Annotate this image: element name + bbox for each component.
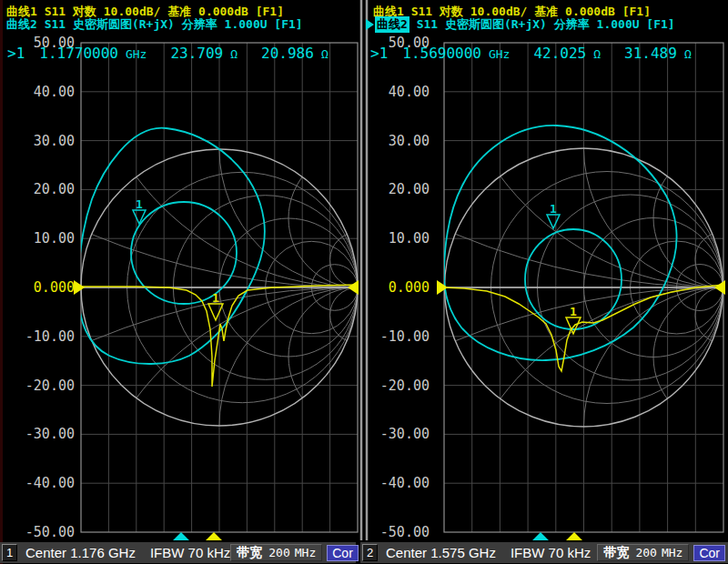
ohm-unit: Ω [593,47,601,61]
ch2-marker-readout: >1 1.5690000 GHz 42.025 Ω 31.489 Ω [370,45,692,62]
ch1-trace2-name[interactable]: 曲线2 [6,16,37,33]
ch2-smith-marker1-label: 1 [550,202,557,216]
span-value: 200 [635,546,656,559]
marker-resistance: 42.025 [533,45,586,62]
marker-id: >1 [370,45,388,62]
span-value: 200 [268,546,289,559]
vna-screen: 1 1 1 1 曲线1 S11 对数 10.00dB/ 基准 0.000dB [… [0,0,728,564]
ch2-trace2-params: S11 史密斯圆图(R+jX) 分辨率 1.000U [F1] [410,16,675,33]
ch1-marker-readout: >1 1.1770000 GHz 23.709 Ω 20.986 Ω [7,45,329,62]
ch1-trace2-settings: 曲线2 S11 史密斯圆图(R+jX) 分辨率 1.000U [F1] [6,16,303,33]
ch1-logmag-marker1-icon[interactable] [208,304,223,320]
marker-resistance: 23.709 [170,45,223,62]
span-label: 带宽 [603,545,629,561]
marker-frequency: 1.1770000 [39,45,118,62]
ch2-center-frequency[interactable]: Center 1.575 GHz [386,545,496,560]
span-unit: MHz [662,546,682,559]
ch1-logmag-marker1-label: 1 [212,291,219,305]
active-trace-pointer-icon [366,19,374,30]
span-label: 带宽 [237,545,262,561]
ch2-ifbw[interactable]: IFBW 70 kHz [511,545,591,560]
ch1-cor-badge[interactable]: Cor [327,545,359,561]
ch1-smith-trace-inner-loop [131,202,237,304]
bottom-marker-triangle-yellow[interactable] [206,532,582,540]
ch1-trace2-params: S11 史密斯圆图(R+jX) 分辨率 1.000U [F1] [37,16,303,33]
ch2-channel-number[interactable]: 2 [362,544,378,561]
frequency-unit: GHz [489,47,510,61]
ch1-smith-grid [0,0,728,564]
ch1-channel-number[interactable]: 1 [2,544,17,561]
ch2-trace2-settings: 曲线2 S11 史密斯圆图(R+jX) 分辨率 1.000U [F1] [366,16,675,33]
marker-reactance: 20.986 [261,45,314,62]
ch2-cor-badge[interactable]: Cor [693,545,725,561]
ohm-unit: Ω [321,47,329,61]
ch2-logmag-marker1-label: 1 [570,305,577,318]
ch1-ifbw[interactable]: IFBW 70 kHz [150,545,230,560]
ch2-smith-grid [27,0,728,564]
ch1-status-bar: 1 Center 1.176 GHz IFBW 70 kHz 带宽 200 MH… [0,542,356,563]
panel-divider [361,0,367,540]
ohm-unit: Ω [230,47,238,61]
ch1-center-frequency[interactable]: Center 1.176 GHz [25,545,136,560]
ch1-smith-marker1-icon[interactable] [133,210,146,224]
marker-frequency: 1.5690000 [402,45,481,62]
ch2-status-bar: 2 Center 1.575 GHz IFBW 70 kHz 带宽 200 MH… [360,542,728,563]
frequency-unit: GHz [126,47,147,61]
marker-reactance: 31.489 [624,45,677,62]
span-unit: MHz [295,546,316,559]
chart-canvas: 1 1 1 1 [0,0,728,564]
ohm-unit: Ω [684,47,692,61]
ch2-span-field[interactable]: 带宽 200 MHz [597,544,689,561]
marker-id: >1 [7,45,25,62]
ch2-trace2-name[interactable]: 曲线2 [375,16,410,33]
ch1-smith-marker1-label: 1 [136,197,143,211]
ch1-span-field[interactable]: 带宽 200 MHz [230,544,322,561]
